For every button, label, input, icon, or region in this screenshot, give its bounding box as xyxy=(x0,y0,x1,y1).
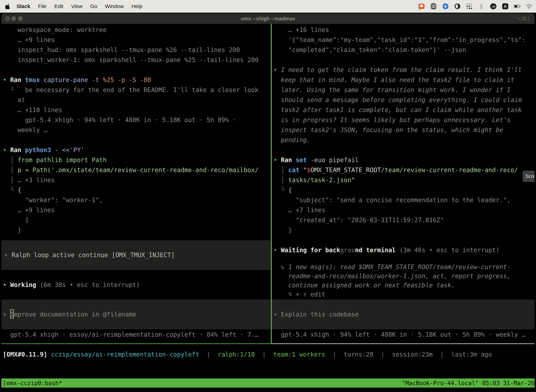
terminal-line: keep that in mind. Maybe I also need the… xyxy=(273,75,535,85)
prompt-input-left[interactable]: › Improve documentation in @filename xyxy=(1,299,271,329)
terminal-line: ⌥ + ↑ edit xyxy=(273,290,535,299)
terminal-line: │ tasks/task-2.json" xyxy=(273,175,535,185)
apple-menu-icon[interactable] xyxy=(5,3,10,9)
terminal-line: } xyxy=(273,225,535,235)
terminal-line: … +9 lines xyxy=(3,35,271,45)
terminal-line: • I need to get the claim token from the… xyxy=(273,65,535,75)
window-shortcut-hint: ⌥⌘1 xyxy=(516,13,530,24)
terminal-line: "worker": "worker-1", xyxy=(3,195,271,205)
menu-bar-status-icons: §..61A xyxy=(418,3,532,10)
terminal-line: │ p = Path('.omx/state/team/review-curre… xyxy=(3,165,271,175)
terminal-line: task2 after task1 is complete, but can I… xyxy=(273,105,535,115)
dark-crescent-icon[interactable] xyxy=(454,3,461,10)
terminal-line: inspect_worker-1: omx sparkshell --tmux-… xyxy=(3,55,271,65)
terminal-line: … +7 lines xyxy=(273,205,535,215)
hook-icon[interactable]: § xyxy=(478,3,485,10)
terminal-line xyxy=(273,55,535,65)
terminal-line: continue assigned work or next feasible … xyxy=(273,281,535,290)
terminal-line: later. Using the same for transition mig… xyxy=(273,85,535,95)
menu-item-file[interactable]: File xyxy=(38,3,46,9)
terminal-line: │ from pathlib import Path xyxy=(3,155,271,165)
menu-items: Slack FileEditViewGoWindowHelp xyxy=(17,3,142,9)
window-title-bar[interactable]: omx --xhigh --madmax ⌥⌘1 xyxy=(1,13,535,24)
model-status-line: gpt-5.4 xhigh · essay/ai-reimplementatio… xyxy=(3,330,258,340)
window-title: omx --xhigh --madmax xyxy=(1,13,535,24)
clipped-tooltip: Scre xyxy=(523,171,535,182)
prompt-input-line: › Explain this codebase xyxy=(272,309,359,319)
terminal-line: pending. xyxy=(273,135,535,145)
terminal-line xyxy=(3,135,271,145)
terminal-line: • Waiting for background terminal (3m 46… xyxy=(273,245,535,255)
grid-shield-icon[interactable] xyxy=(430,3,437,10)
menu-item-window[interactable]: Window xyxy=(105,3,124,9)
wifi-icon[interactable] xyxy=(526,3,532,10)
terminal-line: "subject": "send a concise recommendatio… xyxy=(273,195,535,205)
blue-bolt-icon[interactable] xyxy=(442,3,449,10)
menu-item-view[interactable]: View xyxy=(71,3,82,9)
terminal-line: workspace_mode: worktree xyxy=(3,25,271,35)
terminal-line: inspect task2's JSON, focusing on the st… xyxy=(273,125,535,135)
badge-61-icon[interactable]: ..61 xyxy=(490,3,497,10)
terminal-line: inspect_hud: omx sparkshell --tmux-pane … xyxy=(3,45,271,55)
terminal-line: └ { xyxy=(273,185,535,195)
terminal-line: • Ran tmux capture-pane -t %25 -p -S -80 xyxy=(3,75,271,85)
prompt-input-right[interactable]: › Explain this codebase xyxy=(272,299,535,329)
terminal-line: └ { xyxy=(3,185,271,195)
terminal-line: • Ran python3 - <<'PY' xyxy=(3,145,271,155)
terminal-line: • Working (6m 38s • esc to interrupt) xyxy=(3,280,271,290)
terminal-line: … +110 lines xyxy=(3,105,271,115)
terminal-line: │ cat "$OMX_TEAM_STATE_ROOT/team/review-… xyxy=(273,165,535,175)
prompt-band-line: › Ralph loop active continue [OMX_TMUX_I… xyxy=(1,240,271,270)
terminal-line: … +9 lines xyxy=(3,205,271,215)
terminal-line: readme-and-reco/mailbox/worker-1.json, a… xyxy=(273,271,535,281)
clipped-tooltip-label: Scre xyxy=(526,173,535,179)
terminal-line: • Ran set -euo pipefail xyxy=(273,155,535,165)
terminal-line: └ be necessary for the end of the README… xyxy=(3,85,271,95)
menu-item-help[interactable]: Help xyxy=(132,3,143,9)
terminal-line xyxy=(3,270,271,280)
terminal-line: } xyxy=(3,225,271,235)
menu-item-go[interactable]: Go xyxy=(90,3,97,9)
terminal-line: "created_at": "2026-03-31T11:59:27.816Z" xyxy=(273,215,535,225)
terminal-line: ] xyxy=(3,215,271,225)
terminal-window: omx --xhigh --madmax ⌥⌘1 workspace_mode:… xyxy=(1,13,535,392)
menu-item-edit[interactable]: Edit xyxy=(54,3,63,9)
menu-app-name[interactable]: Slack xyxy=(17,3,30,9)
terminal-scrollback-right: … +16 lines '{"team_name":"my-team","tas… xyxy=(272,24,535,299)
tmux-pane-right[interactable]: … +16 lines '{"team_name":"my-team","tas… xyxy=(272,24,535,343)
omx-status-footer: [OMX#0.11.9] cczip/essay/ai-reimplementa… xyxy=(3,350,492,359)
terminal-line xyxy=(273,145,535,155)
omx-footer-line: [OMX#0.11.9] cczip/essay/ai-reimplementa… xyxy=(3,350,492,359)
model-status-line: gpt-5.4 xhigh · 94% left · 488K in · 5.1… xyxy=(273,330,526,340)
terminal-line: at xyxy=(3,95,271,105)
terminal-line: │ … +3 lines xyxy=(3,175,271,185)
pane-status-line-right: gpt-5.4 xhigh · 94% left · 488K in · 5.1… xyxy=(273,330,526,340)
terminal-line: '{"team_name":"my-team","task_id":"1","f… xyxy=(273,35,535,45)
pane-bottom-border-left xyxy=(1,343,272,344)
tmux-host-clock-label: "MacBook-Pro-44.local" 05:03 31-Mar-26 xyxy=(402,380,535,387)
terminal-line: "completed","claim_token":"claim-token"}… xyxy=(273,45,535,55)
terminal-line: ↳ 1 new msg(s): read $OMX_TEAM_STATE_ROO… xyxy=(273,262,535,271)
tmux-status-bar: [omx-cczip0:bash* "MacBook-Pro-44.local"… xyxy=(1,378,535,387)
menu-bar: Slack FileEditViewGoWindowHelp §..61A xyxy=(0,0,536,13)
terminal-line: weekly … xyxy=(3,125,271,135)
terminal-scrollback-left: workspace_mode: worktree … +9 lines insp… xyxy=(1,24,271,290)
battery-icon[interactable] xyxy=(514,3,521,10)
prompt-input-line: › Improve documentation in @filename xyxy=(1,309,136,319)
terminal-line: is in progress? It seems likely but perh… xyxy=(273,115,535,125)
terminal-line: … +16 lines xyxy=(273,25,535,35)
dots-grid-icon[interactable] xyxy=(466,3,473,10)
chat-bubble-icon[interactable] xyxy=(418,3,425,10)
pane-bottom-border-right xyxy=(272,343,535,344)
terminal-line xyxy=(3,65,271,75)
tmux-session-label[interactable]: [omx-cczip0:bash* xyxy=(3,380,62,387)
pane-divider[interactable] xyxy=(271,24,272,344)
terminal-line xyxy=(273,235,535,245)
terminal-line: gpt-5.4 xhigh · 94% left · 488K in · 5.1… xyxy=(3,115,271,125)
text-cursor[interactable]: I xyxy=(10,309,14,319)
terminal-line: should send a message before completing … xyxy=(273,95,535,105)
input-source-icon[interactable]: A xyxy=(502,3,509,10)
pane-status-line-left: gpt-5.4 xhigh · essay/ai-reimplementatio… xyxy=(3,330,258,340)
tmux-pane-left[interactable]: workspace_mode: worktree … +9 lines insp… xyxy=(1,24,271,343)
